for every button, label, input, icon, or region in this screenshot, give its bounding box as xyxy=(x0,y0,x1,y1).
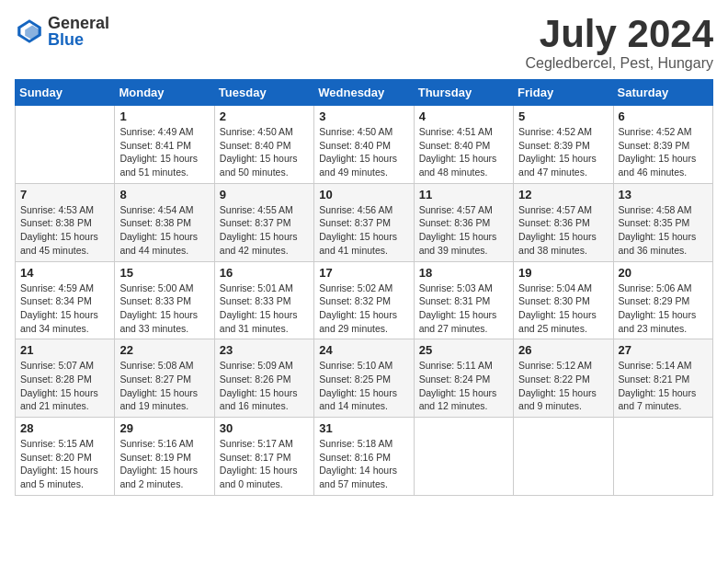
calendar-cell: 22Sunrise: 5:08 AM Sunset: 8:27 PM Dayli… xyxy=(115,339,214,418)
day-number: 26 xyxy=(518,343,608,357)
day-number: 28 xyxy=(20,421,109,435)
day-info: Sunrise: 4:58 AM Sunset: 8:35 PM Dayligh… xyxy=(619,203,708,258)
weekday-header-wednesday: Wednesday xyxy=(314,80,414,106)
logo-general-text: General xyxy=(48,15,109,31)
calendar-week-row: 21Sunrise: 5:07 AM Sunset: 8:28 PM Dayli… xyxy=(16,339,713,418)
calendar-cell: 10Sunrise: 4:56 AM Sunset: 8:37 PM Dayli… xyxy=(314,183,414,261)
day-number: 13 xyxy=(619,188,708,201)
day-info: Sunrise: 4:50 AM Sunset: 8:40 PM Dayligh… xyxy=(319,125,408,179)
calendar-cell: 27Sunrise: 5:14 AM Sunset: 8:21 PM Dayli… xyxy=(613,339,712,418)
day-info: Sunrise: 4:52 AM Sunset: 8:39 PM Dayligh… xyxy=(619,125,708,179)
day-number: 21 xyxy=(20,343,109,357)
calendar-cell: 23Sunrise: 5:09 AM Sunset: 8:26 PM Dayli… xyxy=(214,339,313,418)
day-number: 15 xyxy=(119,266,209,280)
logo-blue-text: Blue xyxy=(48,31,109,48)
day-number: 4 xyxy=(419,109,508,123)
day-info: Sunrise: 5:16 AM Sunset: 8:19 PM Dayligh… xyxy=(119,437,209,491)
day-info: Sunrise: 4:56 AM Sunset: 8:37 PM Dayligh… xyxy=(319,203,408,258)
calendar-cell: 9Sunrise: 4:55 AM Sunset: 8:37 PM Daylig… xyxy=(214,183,313,261)
day-info: Sunrise: 4:50 AM Sunset: 8:40 PM Dayligh… xyxy=(220,125,309,179)
weekday-header-saturday: Saturday xyxy=(613,80,712,106)
day-number: 20 xyxy=(619,266,708,280)
title-block: July 2024 Cegledbercel, Pest, Hungary xyxy=(525,15,713,72)
day-number: 30 xyxy=(220,421,309,435)
calendar-cell: 24Sunrise: 5:10 AM Sunset: 8:25 PM Dayli… xyxy=(314,339,414,418)
day-number: 8 xyxy=(119,188,209,201)
calendar-cell: 7Sunrise: 4:53 AM Sunset: 8:38 PM Daylig… xyxy=(16,183,115,261)
day-number: 7 xyxy=(20,188,109,201)
day-info: Sunrise: 5:04 AM Sunset: 8:30 PM Dayligh… xyxy=(518,282,608,336)
calendar-cell: 29Sunrise: 5:16 AM Sunset: 8:19 PM Dayli… xyxy=(115,418,214,496)
day-number: 12 xyxy=(518,188,608,201)
logo-icon xyxy=(15,17,44,46)
day-info: Sunrise: 4:57 AM Sunset: 8:36 PM Dayligh… xyxy=(419,203,508,258)
weekday-header-tuesday: Tuesday xyxy=(214,80,313,106)
day-info: Sunrise: 5:01 AM Sunset: 8:33 PM Dayligh… xyxy=(220,282,309,336)
calendar-cell: 12Sunrise: 4:57 AM Sunset: 8:36 PM Dayli… xyxy=(514,183,613,261)
day-number: 18 xyxy=(419,266,508,280)
calendar-cell: 20Sunrise: 5:06 AM Sunset: 8:29 PM Dayli… xyxy=(613,261,712,339)
calendar-table: SundayMondayTuesdayWednesdayThursdayFrid… xyxy=(15,79,713,496)
weekday-header-thursday: Thursday xyxy=(414,80,513,106)
calendar-cell: 11Sunrise: 4:57 AM Sunset: 8:36 PM Dayli… xyxy=(414,183,513,261)
day-info: Sunrise: 4:55 AM Sunset: 8:37 PM Dayligh… xyxy=(220,203,309,258)
day-number: 6 xyxy=(619,109,708,123)
calendar-cell: 19Sunrise: 5:04 AM Sunset: 8:30 PM Dayli… xyxy=(514,261,613,339)
day-info: Sunrise: 4:51 AM Sunset: 8:40 PM Dayligh… xyxy=(419,125,508,179)
calendar-cell: 31Sunrise: 5:18 AM Sunset: 8:16 PM Dayli… xyxy=(314,418,414,496)
day-number: 23 xyxy=(220,343,309,357)
day-info: Sunrise: 5:08 AM Sunset: 8:27 PM Dayligh… xyxy=(119,359,209,413)
weekday-header-monday: Monday xyxy=(115,80,214,106)
calendar-cell: 1Sunrise: 4:49 AM Sunset: 8:41 PM Daylig… xyxy=(115,106,214,184)
calendar-cell: 25Sunrise: 5:11 AM Sunset: 8:24 PM Dayli… xyxy=(414,339,513,418)
day-number: 27 xyxy=(619,343,708,357)
day-info: Sunrise: 5:09 AM Sunset: 8:26 PM Dayligh… xyxy=(220,359,309,413)
day-number: 31 xyxy=(319,421,408,435)
calendar-cell: 3Sunrise: 4:50 AM Sunset: 8:40 PM Daylig… xyxy=(314,106,414,184)
day-number: 10 xyxy=(319,188,408,201)
calendar-cell: 30Sunrise: 5:17 AM Sunset: 8:17 PM Dayli… xyxy=(214,418,313,496)
calendar-cell: 15Sunrise: 5:00 AM Sunset: 8:33 PM Dayli… xyxy=(115,261,214,339)
day-info: Sunrise: 4:59 AM Sunset: 8:34 PM Dayligh… xyxy=(20,282,109,336)
day-number: 3 xyxy=(319,109,408,123)
calendar-cell: 16Sunrise: 5:01 AM Sunset: 8:33 PM Dayli… xyxy=(214,261,313,339)
day-info: Sunrise: 4:57 AM Sunset: 8:36 PM Dayligh… xyxy=(518,203,608,258)
day-number: 16 xyxy=(220,266,309,280)
day-info: Sunrise: 5:07 AM Sunset: 8:28 PM Dayligh… xyxy=(20,359,109,413)
day-number: 17 xyxy=(319,266,408,280)
calendar-cell: 2Sunrise: 4:50 AM Sunset: 8:40 PM Daylig… xyxy=(214,106,313,184)
calendar-cell: 17Sunrise: 5:02 AM Sunset: 8:32 PM Dayli… xyxy=(314,261,414,339)
day-info: Sunrise: 4:49 AM Sunset: 8:41 PM Dayligh… xyxy=(119,125,209,179)
calendar-week-row: 28Sunrise: 5:15 AM Sunset: 8:20 PM Dayli… xyxy=(16,418,713,496)
day-info: Sunrise: 5:11 AM Sunset: 8:24 PM Dayligh… xyxy=(419,359,508,413)
calendar-cell: 18Sunrise: 5:03 AM Sunset: 8:31 PM Dayli… xyxy=(414,261,513,339)
calendar-week-row: 7Sunrise: 4:53 AM Sunset: 8:38 PM Daylig… xyxy=(16,183,713,261)
day-number: 1 xyxy=(119,109,209,123)
day-info: Sunrise: 4:52 AM Sunset: 8:39 PM Dayligh… xyxy=(518,125,608,179)
calendar-cell: 26Sunrise: 5:12 AM Sunset: 8:22 PM Dayli… xyxy=(514,339,613,418)
day-info: Sunrise: 5:03 AM Sunset: 8:31 PM Dayligh… xyxy=(419,282,508,336)
day-info: Sunrise: 5:06 AM Sunset: 8:29 PM Dayligh… xyxy=(619,282,708,336)
weekday-header-friday: Friday xyxy=(514,80,613,106)
day-info: Sunrise: 5:00 AM Sunset: 8:33 PM Dayligh… xyxy=(119,282,209,336)
weekday-header-row: SundayMondayTuesdayWednesdayThursdayFrid… xyxy=(16,80,713,106)
day-number: 29 xyxy=(119,421,209,435)
day-number: 5 xyxy=(518,109,608,123)
day-info: Sunrise: 5:02 AM Sunset: 8:32 PM Dayligh… xyxy=(319,282,408,336)
day-info: Sunrise: 5:18 AM Sunset: 8:16 PM Dayligh… xyxy=(319,437,408,491)
day-number: 19 xyxy=(518,266,608,280)
logo-text: General Blue xyxy=(48,15,109,48)
calendar-cell xyxy=(16,106,115,184)
day-number: 9 xyxy=(220,188,309,201)
main-title: July 2024 xyxy=(525,15,713,53)
calendar-week-row: 14Sunrise: 4:59 AM Sunset: 8:34 PM Dayli… xyxy=(16,261,713,339)
day-info: Sunrise: 5:15 AM Sunset: 8:20 PM Dayligh… xyxy=(20,437,109,491)
day-number: 2 xyxy=(220,109,309,123)
day-info: Sunrise: 4:54 AM Sunset: 8:38 PM Dayligh… xyxy=(119,203,209,258)
day-number: 22 xyxy=(119,343,209,357)
calendar-cell: 14Sunrise: 4:59 AM Sunset: 8:34 PM Dayli… xyxy=(16,261,115,339)
day-info: Sunrise: 5:12 AM Sunset: 8:22 PM Dayligh… xyxy=(518,359,608,413)
day-info: Sunrise: 5:10 AM Sunset: 8:25 PM Dayligh… xyxy=(319,359,408,413)
calendar-cell: 21Sunrise: 5:07 AM Sunset: 8:28 PM Dayli… xyxy=(16,339,115,418)
day-info: Sunrise: 4:53 AM Sunset: 8:38 PM Dayligh… xyxy=(20,203,109,258)
